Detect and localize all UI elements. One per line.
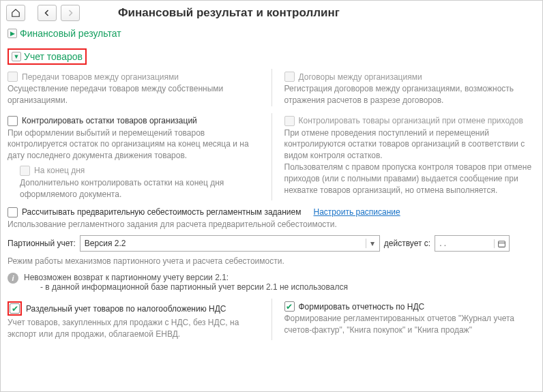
info-text: Невозможен возврат к партионному учету в…	[24, 273, 348, 282]
checkbox-contracts	[284, 72, 295, 82]
effective-date-input[interactable]: . .	[435, 235, 510, 252]
batch-select[interactable]: Версия 2.2 ▾	[80, 235, 380, 252]
checkbox-label: Договоры между организациями	[299, 72, 422, 82]
checkbox-label: Передачи товаров между организациями	[22, 72, 179, 82]
highlight-box-vat: ✔	[8, 301, 22, 316]
section-label: Учет товаров	[24, 51, 83, 62]
checkbox-label: Рассчитывать предварительную себестоимос…	[22, 207, 302, 217]
batch-label: Партионный учет:	[8, 239, 76, 248]
desc-text: Дополнительно контролировать остатки на …	[20, 177, 259, 200]
calendar-icon	[494, 239, 509, 248]
page-title: Финансовый результат и контроллинг	[118, 6, 340, 20]
desc-text: Осуществление передачи товаров между соб…	[8, 83, 259, 106]
desc-text: Учет товаров, закупленных для продажи с …	[8, 317, 259, 340]
svg-rect-0	[499, 241, 505, 247]
section-goods[interactable]: ▼ Учет товаров	[12, 51, 83, 62]
checkbox-control-stock[interactable]	[8, 116, 18, 126]
desc-text: Режим работы механизмов партионного учет…	[8, 256, 535, 267]
checkbox-label: Формировать отчетность по НДС	[299, 302, 425, 312]
back-button[interactable]	[38, 5, 57, 21]
desc-text: Регистрация договоров между организациям…	[284, 83, 536, 106]
checkbox-prelim-cost[interactable]	[8, 207, 18, 217]
desc-text: При оформлении выбытий и перемещений тов…	[8, 127, 259, 162]
checkbox-end-of-day	[20, 166, 30, 176]
section-label: Финансовый результат	[20, 28, 121, 39]
schedule-link[interactable]: Настроить расписание	[314, 207, 400, 217]
desc-text: Формирование регламентированных отчетов …	[284, 313, 536, 336]
checkbox-label: Контролировать остатки товаров организац…	[22, 116, 197, 125]
info-icon: i	[8, 273, 18, 284]
checkbox-label: Раздельный учет товаров по налогообложен…	[26, 304, 226, 314]
desc-text: Использование регламентного задания для …	[8, 219, 535, 230]
select-value: Версия 2.2	[80, 239, 366, 248]
effective-label: действует с:	[384, 239, 430, 248]
checkbox-cancel-control	[284, 116, 295, 126]
chevron-right-icon: ▶	[8, 29, 17, 38]
desc-text: При отмене проведения поступлений и пере…	[284, 127, 536, 196]
home-button[interactable]	[6, 5, 25, 21]
checkbox-transfer	[8, 72, 18, 82]
date-value: . .	[435, 239, 494, 248]
section-fin-result[interactable]: ▶ Финансовый результат	[8, 27, 121, 40]
checkbox-label: На конец дня	[34, 166, 85, 175]
checkbox-vat-split[interactable]: ✔	[10, 303, 20, 314]
checkbox-vat-reports[interactable]: ✔	[284, 301, 295, 312]
highlight-box-goods: ▼ Учет товаров	[8, 48, 87, 65]
checkbox-label: Контролировать товары организаций при от…	[299, 116, 523, 125]
forward-button[interactable]	[61, 5, 80, 21]
chevron-down-icon: ▾	[366, 239, 379, 248]
info-text: - в данной информационной базе партионны…	[40, 282, 348, 292]
chevron-down-icon: ▼	[12, 52, 21, 61]
